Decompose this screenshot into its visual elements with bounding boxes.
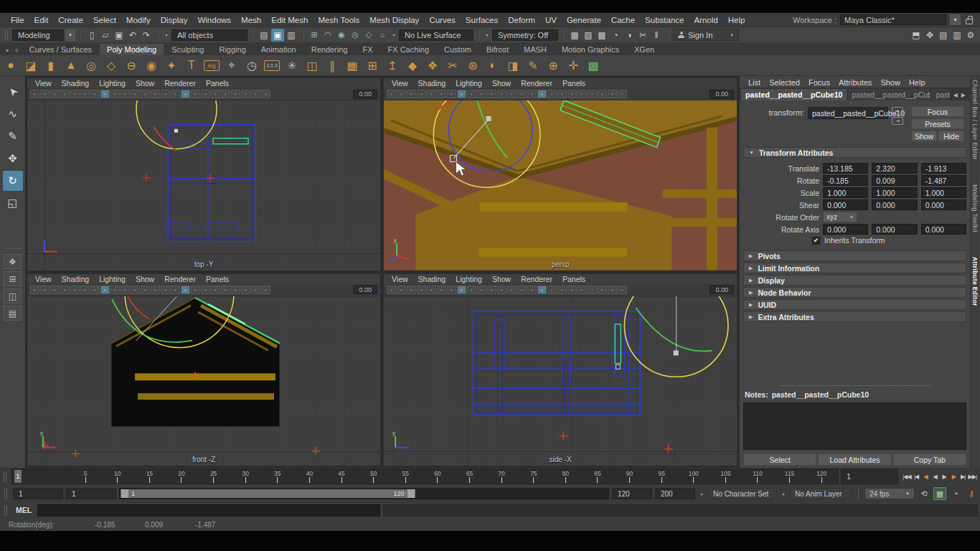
- motion-blur-icon[interactable]: ▪: [588, 286, 597, 294]
- symmetry-chevron-icon[interactable]: ▾: [484, 32, 491, 37]
- wireframe-icon[interactable]: ▪: [171, 90, 180, 98]
- attr-rotate-x[interactable]: -0.185: [823, 175, 868, 186]
- hypershade-icon[interactable]: ◑: [623, 29, 636, 42]
- bookmark-icon[interactable]: ▪: [60, 90, 70, 98]
- select-by-hierarchy-icon[interactable]: ▤: [258, 29, 270, 42]
- timeline-ruler[interactable]: 1 51015202530354045505560657075808590951…: [11, 468, 839, 484]
- select-parent-icon[interactable]: ⇤: [892, 107, 903, 115]
- workspace-lock-icon[interactable]: [966, 19, 973, 24]
- rotate-tool[interactable]: ↻: [3, 171, 23, 191]
- snap-to-curve-icon[interactable]: ◠: [321, 29, 334, 42]
- selection-mask-field[interactable]: All objects: [171, 29, 248, 41]
- menu-uv[interactable]: UV: [540, 16, 562, 24]
- safe-action-icon[interactable]: ▪: [151, 90, 160, 98]
- shadows-icon[interactable]: ▪: [567, 90, 577, 98]
- field-chart-icon[interactable]: ▪: [497, 286, 507, 294]
- menu-help[interactable]: Help: [723, 16, 750, 24]
- ae-tab-2[interactable]: pasted__p: [931, 89, 949, 100]
- ae-menu-attributes[interactable]: Attributes: [834, 78, 876, 87]
- menu-curves[interactable]: Curves: [424, 16, 460, 24]
- ae-menu-selected[interactable]: Selected: [765, 78, 804, 87]
- attr-shear-x[interactable]: 0.000: [823, 199, 868, 210]
- ae-tab-0[interactable]: pasted__pasted__pCube10: [741, 89, 847, 100]
- resolution-gate-icon[interactable]: ▪: [477, 286, 486, 294]
- attr-translate-x[interactable]: -13.185: [823, 163, 868, 174]
- character-set-chevron-icon[interactable]: ▾: [698, 491, 705, 496]
- playback-start-field[interactable]: 1: [66, 488, 116, 499]
- snap-to-point-icon[interactable]: ◉: [335, 29, 348, 42]
- 2d-pan-zoom-icon[interactable]: ▪: [80, 90, 90, 98]
- gate-mask-icon[interactable]: ▪: [131, 286, 140, 294]
- open-scene-icon[interactable]: ▱: [99, 29, 112, 42]
- field-chart-icon[interactable]: ▪: [497, 90, 507, 98]
- grease-pencil-icon[interactable]: ▪: [90, 90, 100, 98]
- select-by-component-icon[interactable]: ▥: [285, 29, 298, 42]
- lock-camera-icon[interactable]: ▪: [397, 286, 406, 294]
- play-forwards-button[interactable]: ▶: [940, 471, 949, 482]
- wireframe-icon[interactable]: ▪: [171, 286, 180, 294]
- menu-surfaces[interactable]: Surfaces: [461, 16, 503, 24]
- tab-scroll-right-icon[interactable]: ▶: [961, 92, 966, 98]
- motion-blur-icon[interactable]: ▪: [231, 90, 240, 98]
- viewport-menu-renderer[interactable]: Renderer: [516, 79, 557, 88]
- tab-scroll-left-icon[interactable]: ◀: [953, 92, 958, 98]
- safe-title-icon[interactable]: ▪: [517, 286, 527, 294]
- shadows-icon[interactable]: ▪: [567, 286, 577, 294]
- safe-title-icon[interactable]: ▪: [517, 90, 527, 98]
- pause-viewport-icon[interactable]: ‖: [650, 29, 663, 42]
- image-plane-icon[interactable]: ▪: [70, 286, 80, 294]
- animation-preferences-icon[interactable]: ▦: [933, 487, 946, 500]
- attr-rotate-z[interactable]: -1.487: [921, 175, 966, 186]
- menu-edit[interactable]: Edit: [29, 16, 54, 24]
- viewport-menu-renderer[interactable]: Renderer: [159, 275, 201, 283]
- command-line-grip[interactable]: [4, 505, 8, 516]
- notes-splitter-handle[interactable]: [780, 385, 930, 386]
- safe-title-icon[interactable]: ▪: [161, 286, 170, 294]
- workspace-value[interactable]: Maya Classic*: [840, 14, 946, 25]
- lock-camera-icon[interactable]: ▪: [397, 90, 406, 98]
- shelf-disc-icon[interactable]: ⊖: [122, 56, 141, 75]
- menu-mesh-tools[interactable]: Mesh Tools: [313, 16, 364, 24]
- screen-space-ao-icon[interactable]: ▪: [578, 286, 587, 294]
- menu-mesh[interactable]: Mesh: [236, 16, 266, 24]
- shelf-bevel-icon[interactable]: ◆: [403, 56, 422, 75]
- range-start-handle[interactable]: [121, 489, 128, 498]
- status-line-grip[interactable]: [5, 29, 9, 40]
- 2d-pan-zoom-icon[interactable]: ▪: [437, 286, 446, 294]
- side-tab-channel-box-layer-editor[interactable]: Channel Box / Layer Editor: [971, 80, 979, 160]
- tool-settings-icon[interactable]: ▥: [951, 29, 963, 42]
- scale-tool[interactable]: ◱: [3, 193, 23, 213]
- select-camera-icon[interactable]: ▪: [30, 90, 39, 98]
- viewport-menu-shading[interactable]: Shading: [57, 275, 95, 283]
- isolate-select-icon[interactable]: ▪: [251, 90, 260, 98]
- viewport-menu-renderer[interactable]: Renderer: [159, 79, 201, 88]
- gate-mask-icon[interactable]: ▪: [487, 90, 496, 98]
- two-pane-layout-button[interactable]: ◫: [4, 288, 22, 303]
- xray-icon[interactable]: ▪: [261, 286, 270, 294]
- shelf-platonic-solid-icon[interactable]: ◉: [142, 56, 161, 75]
- render-current-frame-icon[interactable]: ▦: [568, 29, 581, 42]
- attr-rotate-axis-z[interactable]: 0.000: [921, 224, 966, 235]
- use-all-lights-icon[interactable]: ▪: [557, 286, 567, 294]
- shelf-origin-icon[interactable]: 0,0,0: [264, 60, 280, 71]
- viewport-menu-view[interactable]: View: [387, 79, 413, 88]
- viewport-menu-panels[interactable]: Panels: [557, 79, 590, 88]
- viewport-front-canvas[interactable]: y front -Z: [27, 296, 380, 466]
- field-chart-icon[interactable]: ▪: [141, 90, 150, 98]
- shelf-combine-icon[interactable]: ◫: [303, 56, 321, 75]
- animation-end-field[interactable]: 200: [655, 488, 695, 499]
- field-chart-icon[interactable]: ▪: [141, 286, 150, 294]
- shaded-icon[interactable]: ▪: [181, 286, 190, 294]
- shelf-type-icon[interactable]: T: [182, 56, 201, 75]
- outliner-pane-layout-button[interactable]: ▤: [4, 306, 22, 321]
- gate-mask-icon[interactable]: ▪: [131, 90, 140, 98]
- screen-space-ao-icon[interactable]: ▪: [221, 286, 230, 294]
- lock-camera-icon[interactable]: ▪: [40, 90, 50, 98]
- step-back-key-button[interactable]: |◀: [912, 471, 921, 482]
- shelf-svg-icon[interactable]: svg: [204, 60, 220, 71]
- attr-shear-z[interactable]: 0.000: [921, 199, 966, 210]
- bookmark-icon[interactable]: ▪: [417, 90, 426, 98]
- shelf-construction-plane-icon[interactable]: ⌖: [222, 56, 241, 75]
- shelf-connect-icon[interactable]: ✛: [564, 56, 583, 75]
- shelf-falloff-icon[interactable]: ✳: [283, 56, 301, 75]
